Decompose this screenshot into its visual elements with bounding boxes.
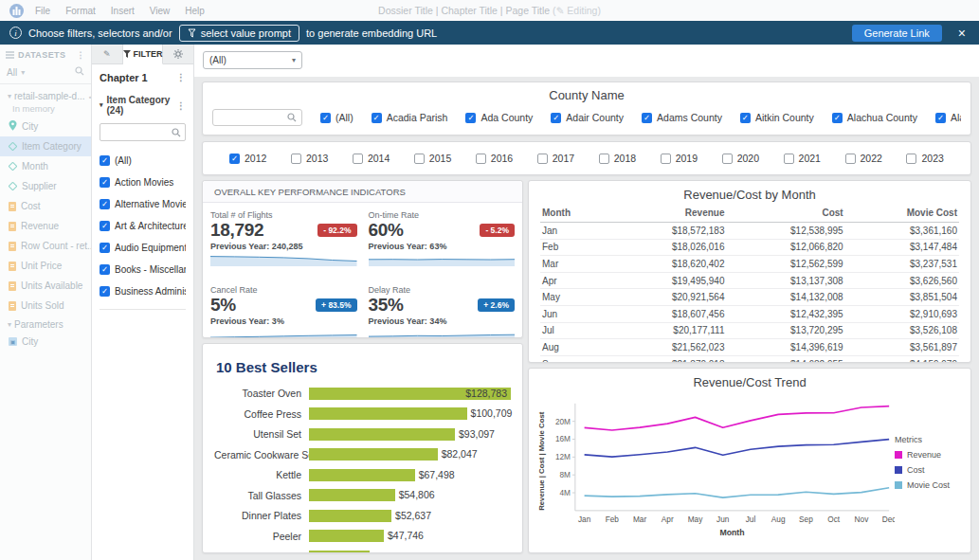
legend-item-cost[interactable]: Cost bbox=[895, 465, 965, 475]
year-option-2017[interactable]: 2017 bbox=[537, 153, 574, 164]
report-selector-dropdown[interactable]: (All) ▾ bbox=[203, 51, 302, 69]
bar[interactable] bbox=[309, 448, 438, 461]
checkbox[interactable]: ✓ bbox=[465, 113, 476, 123]
dataset-parameter-city[interactable]: ▣City bbox=[0, 332, 91, 352]
filter-item-action-movies[interactable]: ✓Action Movies bbox=[100, 172, 186, 193]
checkbox[interactable]: ✓ bbox=[935, 113, 946, 123]
county-option-alachua-county[interactable]: ✓Alachua County bbox=[832, 112, 917, 123]
year-option-2022[interactable]: 2022 bbox=[845, 153, 882, 164]
checkbox[interactable]: ✓ bbox=[100, 155, 110, 166]
checkbox[interactable]: ✓ bbox=[740, 113, 751, 123]
checkbox[interactable]: ✓ bbox=[372, 113, 382, 123]
filter-group-menu-icon[interactable]: ⋮ bbox=[176, 100, 186, 111]
tab-settings[interactable] bbox=[163, 45, 193, 63]
dataset-attribute-supplier[interactable]: Supplier bbox=[0, 176, 91, 196]
checkbox[interactable]: ✓ bbox=[100, 264, 110, 275]
checkbox[interactable] bbox=[291, 154, 301, 164]
county-option-all[interactable]: ✓(All) bbox=[320, 112, 354, 123]
select-value-prompt-button[interactable]: select value prompt bbox=[179, 25, 299, 42]
expander-icon[interactable]: ▾ bbox=[8, 320, 11, 329]
year-option-2012[interactable]: ✓2012 bbox=[229, 153, 266, 164]
parameters-root[interactable]: ▾ Parameters bbox=[0, 317, 91, 332]
tab-filter[interactable]: FILTER bbox=[123, 45, 164, 64]
bar[interactable] bbox=[309, 510, 391, 522]
filter-item-alternative-movies[interactable]: ✓Alternative Movies bbox=[100, 193, 186, 215]
checkbox[interactable]: ✓ bbox=[100, 221, 110, 231]
bar[interactable] bbox=[309, 530, 384, 542]
legend-item-revenue[interactable]: Revenue bbox=[895, 450, 965, 460]
expander-icon[interactable]: ▾ bbox=[100, 101, 103, 109]
table-row[interactable]: Sep$21,870,018$14,682,955$4,159,979 bbox=[540, 355, 959, 363]
filter-item-all[interactable]: ✓(All) bbox=[100, 150, 186, 172]
chapter-menu-icon[interactable]: ⋮ bbox=[176, 72, 186, 83]
trend-series-cost[interactable] bbox=[585, 440, 890, 458]
menu-file[interactable]: File bbox=[35, 6, 50, 16]
table-row[interactable]: Jul$20,177,111$13,720,295$3,526,108 bbox=[540, 322, 959, 339]
trend-series-movie-cost[interactable] bbox=[585, 488, 890, 497]
dataset-metric-units-available[interactable]: Units Available bbox=[0, 276, 91, 296]
checkbox[interactable]: ✓ bbox=[229, 154, 240, 164]
dataset-attribute-month[interactable]: Month bbox=[0, 156, 91, 176]
filter-item-art-architecture[interactable]: ✓Art & Architecture bbox=[100, 215, 186, 237]
dataset-root[interactable]: ▾ retail-sample-d... ✓ ⋮ bbox=[0, 89, 91, 103]
checkbox[interactable] bbox=[353, 154, 363, 164]
checkbox[interactable]: ✓ bbox=[551, 113, 561, 123]
checkbox[interactable] bbox=[845, 154, 856, 164]
table-row[interactable]: Jun$18,607,456$12,432,395$2,910,693 bbox=[540, 305, 959, 322]
year-option-2020[interactable]: 2020 bbox=[722, 153, 759, 164]
menu-format[interactable]: Format bbox=[65, 6, 96, 16]
year-option-2019[interactable]: 2019 bbox=[661, 153, 698, 164]
year-option-2021[interactable]: 2021 bbox=[784, 153, 821, 164]
year-option-2023[interactable]: 2023 bbox=[906, 153, 943, 164]
filter-item-audio-equipment[interactable]: ✓Audio Equipment bbox=[100, 237, 186, 259]
checkbox[interactable]: ✓ bbox=[100, 199, 110, 209]
checkbox[interactable] bbox=[784, 154, 794, 164]
year-option-2018[interactable]: 2018 bbox=[599, 153, 636, 164]
close-icon[interactable]: × bbox=[958, 27, 966, 40]
bar[interactable] bbox=[309, 551, 370, 554]
checkbox[interactable] bbox=[537, 154, 548, 164]
table-row[interactable]: Jan$18,572,183$12,538,995$3,361,160 bbox=[540, 223, 959, 240]
dataset-metric-revenue[interactable]: Revenue bbox=[0, 216, 91, 236]
menu-insert[interactable]: Insert bbox=[111, 6, 135, 16]
checkbox[interactable] bbox=[476, 154, 486, 164]
year-option-2015[interactable]: 2015 bbox=[414, 153, 451, 164]
filter-item-books-miscellaneous[interactable]: ✓Books - Miscellaneous bbox=[100, 259, 186, 280]
bar[interactable] bbox=[309, 407, 467, 420]
legend-item-movie-cost[interactable]: Movie Cost bbox=[895, 480, 965, 490]
datasets-scope-select[interactable]: All bbox=[7, 67, 17, 78]
county-option-adair-county[interactable]: ✓Adair County bbox=[551, 112, 624, 123]
year-option-2014[interactable]: 2014 bbox=[353, 153, 390, 164]
checkbox[interactable] bbox=[414, 154, 425, 164]
county-option-alamance-county[interactable]: ✓Alamance County bbox=[935, 112, 961, 123]
expander-icon[interactable]: ▾ bbox=[8, 92, 11, 100]
filter-group-heading[interactable]: ▾ Item Category (24) ⋮ bbox=[100, 95, 186, 116]
filter-item-business-administration[interactable]: ✓Business Administration bbox=[100, 280, 186, 302]
county-option-aitkin-county[interactable]: ✓Aitkin County bbox=[740, 112, 814, 123]
checkbox[interactable]: ✓ bbox=[642, 113, 652, 123]
county-option-adams-county[interactable]: ✓Adams County bbox=[642, 112, 722, 123]
year-option-2016[interactable]: 2016 bbox=[476, 153, 513, 164]
county-search-input[interactable] bbox=[212, 109, 302, 126]
checkbox[interactable]: ✓ bbox=[100, 177, 110, 188]
checkbox[interactable]: ✓ bbox=[100, 286, 110, 297]
year-option-2013[interactable]: 2013 bbox=[291, 153, 328, 164]
dataset-metric-unit-price[interactable]: Unit Price bbox=[0, 256, 91, 276]
dataset-attribute-city[interactable]: City bbox=[0, 117, 91, 136]
bar[interactable] bbox=[309, 469, 415, 481]
table-row[interactable]: Feb$18,026,016$12,066,820$3,147,484 bbox=[540, 239, 959, 256]
menu-help[interactable]: Help bbox=[185, 6, 205, 16]
checkbox[interactable]: ✓ bbox=[100, 243, 110, 253]
datasets-menu-icon[interactable]: ⋮ bbox=[77, 50, 85, 60]
checkbox[interactable] bbox=[722, 154, 733, 164]
bar[interactable] bbox=[309, 428, 455, 441]
checkbox[interactable]: ✓ bbox=[320, 113, 331, 123]
tab-edit[interactable]: ✎ bbox=[92, 45, 123, 63]
dataset-metric-cost[interactable]: Cost bbox=[0, 196, 91, 216]
dataset-metric-row-count-ret[interactable]: Row Count - ret... bbox=[0, 236, 91, 256]
table-row[interactable]: Aug$21,562,023$14,396,619$3,561,897 bbox=[540, 339, 959, 356]
checkbox[interactable] bbox=[906, 154, 916, 164]
dataset-metric-units-sold[interactable]: Units Sold bbox=[0, 296, 91, 316]
checkbox[interactable] bbox=[661, 154, 671, 164]
datasets-search-icon[interactable] bbox=[75, 66, 84, 78]
